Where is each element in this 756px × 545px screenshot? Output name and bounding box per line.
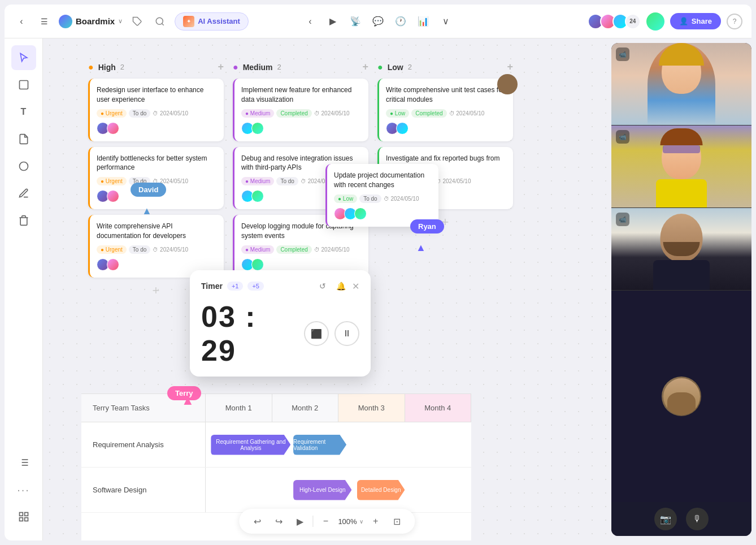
logo-area[interactable]: Boardmix ∨ bbox=[59, 15, 123, 28]
play-button[interactable]: ▶ bbox=[291, 512, 309, 530]
search-button[interactable] bbox=[152, 14, 168, 29]
ai-assistant-button[interactable]: ✦ AI Assistant bbox=[175, 12, 249, 31]
more-tools-icon[interactable]: ∨ bbox=[437, 12, 455, 31]
card-low-1[interactable]: Write comprehensive unit test cases for … bbox=[377, 79, 513, 141]
status-tag: To do bbox=[276, 177, 298, 185]
tag-icon[interactable] bbox=[129, 14, 145, 29]
card-avatars bbox=[97, 258, 119, 271]
gantt-bar-highlevel[interactable]: High-Level Design bbox=[293, 480, 351, 500]
gantt-title: Terry Team Tasks bbox=[93, 404, 150, 412]
svg-rect-14 bbox=[24, 518, 28, 521]
timer-label: Timer bbox=[201, 282, 223, 291]
sidebar-tool-dots[interactable]: ··· bbox=[11, 477, 36, 502]
cursor-terry-pointer: ▶ bbox=[181, 397, 193, 405]
card-tags: ● Urgent To do ⏱ 2024/05/10 bbox=[97, 245, 217, 254]
back-button[interactable]: ‹ bbox=[14, 14, 29, 29]
card-avatars bbox=[386, 122, 409, 135]
share-screen-icon[interactable]: 📡 bbox=[346, 12, 364, 31]
canvas[interactable]: ● High 2 + Redesign user interface to en… bbox=[43, 38, 611, 540]
svg-rect-4 bbox=[19, 81, 28, 89]
card-date: ⏱ 2024/05/10 bbox=[436, 177, 471, 185]
video-slot-4 bbox=[611, 291, 751, 502]
card-date: ⏱ 2024/05/10 bbox=[314, 245, 350, 254]
card-high-1[interactable]: Redesign user interface to enhance user … bbox=[88, 79, 224, 141]
zoom-chevron-icon: ∨ bbox=[359, 518, 363, 525]
ai-icon: ✦ bbox=[183, 16, 194, 27]
gantt-month-2: Month 2 bbox=[272, 394, 339, 422]
zoom-level[interactable]: 100% ∨ bbox=[338, 517, 363, 526]
avatar bbox=[251, 122, 264, 135]
video-slot-2: 📹 bbox=[611, 126, 751, 207]
undo-button[interactable]: ↩ bbox=[248, 512, 266, 530]
mute-mic-button[interactable]: 🎙 bbox=[686, 508, 709, 530]
floating-card: Update project documentation with recent… bbox=[325, 164, 438, 227]
sidebar-tool-frame[interactable] bbox=[11, 72, 36, 97]
sidebar-tool-pen[interactable] bbox=[11, 181, 36, 206]
card-avatars bbox=[241, 190, 264, 202]
card-date: ⏱ 2024/05/10 bbox=[384, 194, 419, 203]
gantt-row-1: Requirement Analysis Requirement Gatheri… bbox=[81, 422, 471, 468]
camera-icon-2[interactable]: 📹 bbox=[616, 130, 629, 144]
card-tags: ● Urgent To do ⏱ 2024/05/10 bbox=[97, 177, 217, 185]
play-icon[interactable]: ▶ bbox=[324, 12, 342, 31]
avatar bbox=[251, 190, 264, 202]
history-icon[interactable]: 🕐 bbox=[392, 12, 410, 31]
help-button[interactable]: ? bbox=[727, 14, 742, 29]
timer-volume-icon[interactable]: 🔔 bbox=[334, 279, 347, 293]
camera-icon-3[interactable]: 📹 bbox=[616, 213, 629, 226]
priority-tag: ● Medium bbox=[241, 109, 274, 118]
priority-tag: ● Medium bbox=[241, 177, 274, 185]
col-add-high[interactable]: + bbox=[218, 61, 224, 73]
gantt-month-4: Month 4 bbox=[405, 394, 472, 422]
share-button[interactable]: 👤 Share bbox=[670, 13, 721, 29]
sidebar-tool-eraser[interactable] bbox=[11, 208, 36, 233]
card-med-1[interactable]: Implement new feature for enhanced data … bbox=[233, 79, 368, 141]
sidebar-tool-select[interactable] bbox=[11, 45, 36, 70]
timer-close-button[interactable]: ✕ bbox=[352, 281, 359, 292]
gantt-bar-detailed[interactable]: Detailed Design bbox=[357, 480, 405, 500]
card-avatars bbox=[97, 122, 119, 135]
video-controls: 📷 🎙 bbox=[611, 502, 751, 536]
sidebar-tool-shape[interactable] bbox=[11, 154, 36, 179]
col-add-low[interactable]: + bbox=[507, 61, 513, 73]
toolbar-divider bbox=[312, 516, 313, 527]
menu-button[interactable]: ☰ bbox=[36, 14, 52, 29]
status-tag: Completed bbox=[276, 245, 311, 254]
col-add-medium[interactable]: + bbox=[362, 61, 368, 73]
person-3-silhouette bbox=[645, 208, 718, 290]
gantt-bar-req-gathering[interactable]: Requirement Gathering and Analysis bbox=[211, 435, 290, 455]
timer-badge2: +5 bbox=[247, 282, 264, 291]
card-title: Identify bottlenecks for better system p… bbox=[97, 154, 217, 173]
gantt-bar-req-validation[interactable]: Requirement Validation bbox=[293, 435, 346, 455]
timer-pause-button[interactable]: ⏸ bbox=[334, 321, 359, 346]
mute-camera-button[interactable]: 📷 bbox=[654, 508, 677, 530]
sidebar-tool-list[interactable] bbox=[11, 450, 36, 475]
svg-marker-3 bbox=[20, 54, 27, 62]
sidebar-tool-sticky[interactable] bbox=[11, 127, 36, 152]
col-count-high: 2 bbox=[120, 63, 124, 71]
ai-label: AI Assistant bbox=[198, 17, 240, 25]
comment-icon[interactable]: 💬 bbox=[369, 12, 387, 31]
sidebar-tool-text[interactable]: T bbox=[11, 100, 36, 124]
nav-prev-icon[interactable]: ‹ bbox=[301, 12, 319, 31]
camera-icon-1[interactable]: 📹 bbox=[616, 47, 629, 61]
chart-icon[interactable]: 📊 bbox=[414, 12, 432, 31]
fullscreen-button[interactable]: ⊡ bbox=[388, 512, 406, 530]
timer-refresh-icon[interactable]: ↺ bbox=[316, 279, 329, 293]
card-title: Write comprehensive unit test cases for … bbox=[386, 85, 506, 105]
sidebar-tool-grid[interactable] bbox=[11, 504, 36, 529]
timer-stop-button[interactable]: ⬛ bbox=[304, 321, 329, 346]
redo-button[interactable]: ↪ bbox=[270, 512, 288, 530]
card-high-3[interactable]: Write comprehensive API documentation fo… bbox=[88, 215, 224, 278]
priority-tag: ● Urgent bbox=[97, 177, 127, 185]
my-avatar[interactable] bbox=[646, 12, 664, 31]
card-high-2[interactable]: Identify bottlenecks for better system p… bbox=[88, 147, 224, 210]
zoom-out-button[interactable]: − bbox=[316, 512, 334, 530]
avatar-count: 24 bbox=[625, 14, 641, 29]
gantt-row-label-2: Software Design bbox=[81, 468, 206, 512]
zoom-in-button[interactable]: + bbox=[367, 512, 385, 530]
person-1-display bbox=[611, 43, 751, 125]
share-label: Share bbox=[692, 17, 712, 25]
floating-card-title: Update project documentation with recent… bbox=[334, 171, 432, 190]
card-date: ⏱ 2024/05/10 bbox=[153, 109, 188, 118]
